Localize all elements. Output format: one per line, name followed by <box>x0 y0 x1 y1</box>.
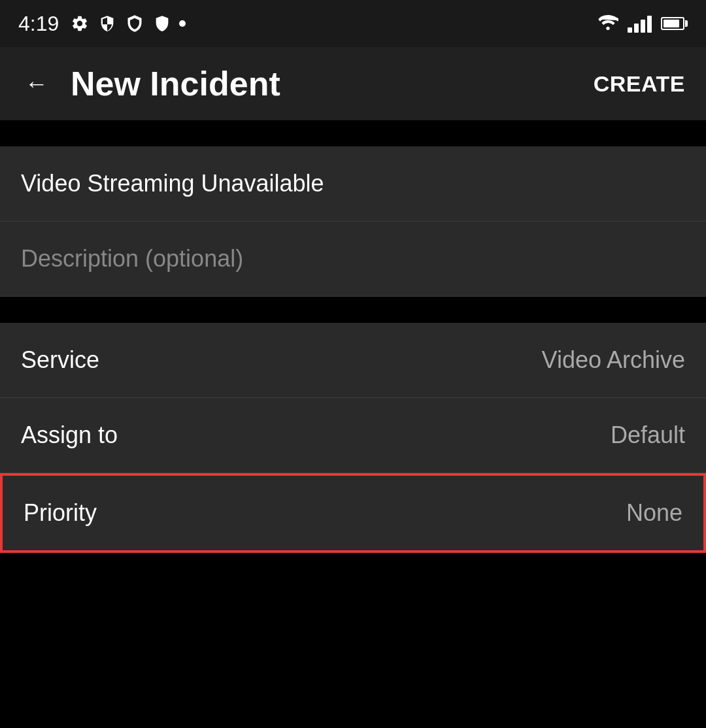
assign-to-value: Default <box>611 422 685 449</box>
signal-icon <box>628 14 652 33</box>
status-icons <box>69 13 186 34</box>
spacer-middle <box>0 297 706 323</box>
shield-icon-2 <box>124 13 145 34</box>
shield-icon-3 <box>152 13 173 34</box>
status-time: 4:19 <box>18 12 59 36</box>
page-title: New Incident <box>71 64 280 103</box>
gear-icon <box>69 13 90 34</box>
status-bar: 4:19 <box>0 0 706 47</box>
service-value: Video Archive <box>542 346 685 374</box>
priority-row[interactable]: Priority None <box>0 473 706 553</box>
back-arrow-icon: ← <box>25 72 48 95</box>
app-bar-left: ← New Incident <box>21 64 280 103</box>
description-field[interactable]: Description (optional) <box>0 222 706 297</box>
battery-icon <box>661 17 688 30</box>
notification-dot <box>179 20 186 27</box>
spacer-top <box>0 120 706 146</box>
svg-point-0 <box>606 27 609 30</box>
back-button[interactable]: ← <box>21 68 52 99</box>
incident-title-value: Video Streaming Unavailable <box>21 170 324 197</box>
incident-title-field[interactable]: Video Streaming Unavailable <box>0 146 706 222</box>
create-button[interactable]: CREATE <box>594 71 685 97</box>
shield-icon-1 <box>97 13 118 34</box>
status-bar-left: 4:19 <box>18 12 186 36</box>
service-label: Service <box>21 346 99 374</box>
priority-label: Priority <box>24 499 97 527</box>
description-placeholder: Description (optional) <box>21 245 243 272</box>
wifi-icon <box>597 12 618 35</box>
status-bar-right <box>597 12 688 35</box>
service-row[interactable]: Service Video Archive <box>0 323 706 398</box>
app-bar: ← New Incident CREATE <box>0 47 706 120</box>
assign-to-label: Assign to <box>21 422 118 449</box>
priority-value: None <box>626 499 682 527</box>
assign-to-row[interactable]: Assign to Default <box>0 398 706 473</box>
